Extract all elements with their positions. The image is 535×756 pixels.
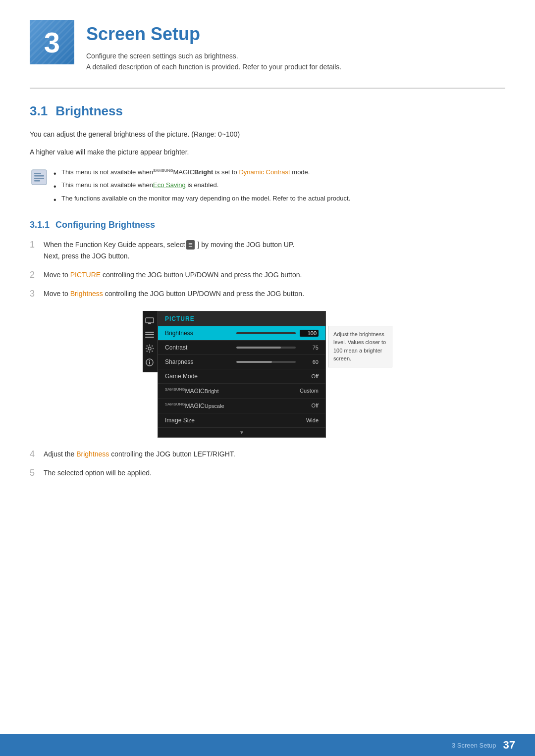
menu-value-contrast: 75 (300, 345, 319, 351)
svg-rect-20 (149, 361, 150, 364)
section-divider (30, 88, 505, 89)
menu-label-magicupscale: SAMSUNGMAGICUpscale (165, 402, 300, 409)
menu-row-brightness: Brightness 100 (158, 326, 325, 341)
svg-point-16 (152, 351, 153, 352)
step-3: 3 Move to Brightness controlling the JOG… (30, 288, 505, 300)
svg-point-15 (147, 345, 148, 346)
monitor-menu-header: PICTURE (158, 311, 325, 326)
note-item-2: This menu is not available whenEco Savin… (54, 180, 350, 191)
chapter-title: Screen Setup (86, 24, 341, 45)
svg-rect-9 (145, 337, 154, 338)
step-text-1: When the Function Key Guide appears, sel… (44, 239, 505, 263)
step-text-4: Adjust the Brightness controlling the JO… (44, 449, 505, 460)
step-4: 4 Adjust the Brightness controlling the … (30, 449, 505, 460)
menu-row-contrast: Contrast 75 (158, 341, 325, 355)
menu-label-sharpness: Sharpness (165, 358, 236, 365)
svg-point-11 (149, 345, 150, 346)
svg-rect-3 (34, 178, 44, 179)
menu-value-magicbright: Custom (300, 388, 319, 394)
monitor-screenshot: PICTURE Brightness 100 Contrast 75 (59, 311, 476, 438)
menu-label-imagesize: Image Size (165, 417, 300, 424)
chapter-number-box: 3 (30, 20, 74, 64)
section-para2: A higher value will make the picture app… (30, 147, 505, 158)
menu-bar-sharpness (236, 361, 296, 363)
svg-rect-0 (32, 170, 47, 185)
step-num-2: 2 (30, 270, 44, 280)
menu-value-gamemode: Off (300, 373, 319, 379)
menu-bar-fill-brightness (236, 332, 296, 334)
monitor-outer: PICTURE Brightness 100 Contrast 75 (143, 311, 392, 438)
step-2: 2 Move to PICTURE controlling the JOG bu… (30, 269, 505, 281)
menu-row-imagesize: Image Size Wide (158, 413, 325, 428)
note-item-1: This menu is not available whenSAMSUNGMA… (54, 167, 350, 178)
subsection-number: 3.1.1 (30, 220, 50, 230)
menu-bar-brightness (236, 332, 296, 334)
svg-rect-1 (34, 173, 41, 174)
menu-row-magicupscale: SAMSUNGMAGICUpscale Off (158, 399, 325, 413)
step-num-4: 4 (30, 449, 44, 459)
section-title: Brightness (55, 103, 123, 119)
step-num-5: 5 (30, 468, 44, 478)
footer-section-label: 3 Screen Setup (452, 742, 496, 749)
menu-bar-fill-sharpness (236, 361, 272, 363)
monitor-icon-menu (145, 330, 155, 340)
subsection-title: Configuring Brightness (55, 220, 155, 230)
menu-value-imagesize: Wide (300, 417, 319, 423)
content-area: You can adjust the general brightness of… (30, 129, 505, 206)
menu-value-brightness: 100 (300, 330, 319, 337)
chapter-header: 3 Screen Setup Configure the screen sett… (30, 20, 505, 73)
svg-point-18 (147, 351, 148, 352)
menu-row-gamemode: Game Mode Off (158, 369, 325, 384)
svg-rect-2 (34, 175, 44, 177)
monitor-down-arrow: ▼ (158, 428, 325, 437)
step-text-3: Move to Brightness controlling the JOG b… (44, 288, 505, 300)
svg-rect-6 (148, 323, 151, 324)
step-num-3: 3 (30, 289, 44, 299)
svg-rect-5 (146, 318, 154, 323)
notes-list: This menu is not available whenSAMSUNGMA… (54, 167, 350, 205)
section-para1: You can adjust the general brightness of… (30, 129, 505, 141)
monitor-sidebar-icons (143, 311, 158, 372)
menu-bar-fill-contrast (236, 347, 281, 349)
step-5: 5 The selected option will be applied. (30, 467, 505, 479)
menu-icon: ☰ (186, 240, 195, 250)
subsection-heading: 3.1.1 Configuring Brightness (30, 220, 505, 230)
menu-bar-contrast (236, 347, 296, 349)
step-1: 1 When the Function Key Guide appears, s… (30, 239, 505, 263)
svg-rect-8 (145, 334, 154, 335)
section-number: 3.1 (30, 103, 48, 119)
chapter-desc-2: A detailed description of each function … (86, 61, 341, 72)
svg-point-13 (146, 348, 147, 349)
monitor-menu-panel: PICTURE Brightness 100 Contrast 75 (158, 311, 326, 438)
chapter-title-block: Screen Setup Configure the screen settin… (86, 20, 341, 73)
chapter-number: 3 (44, 26, 60, 59)
chapter-desc-1: Configure the screen settings such as br… (86, 50, 341, 61)
menu-label-contrast: Contrast (165, 344, 236, 351)
svg-point-10 (148, 347, 151, 350)
menu-label-magicbright: SAMSUNGMAGICBright (165, 387, 300, 395)
page-footer: 3 Screen Setup 37 (0, 734, 535, 756)
svg-rect-7 (145, 332, 154, 333)
svg-point-12 (149, 352, 150, 353)
svg-point-21 (149, 360, 150, 361)
monitor-icon-settings (145, 344, 155, 353)
menu-value-sharpness: 60 (300, 359, 319, 365)
section-heading: 3.1 Brightness (30, 103, 505, 119)
menu-label-brightness: Brightness (165, 330, 236, 337)
note-icon (30, 168, 49, 187)
step-text-2: Move to PICTURE controlling the JOG butt… (44, 269, 505, 281)
menu-row-sharpness: Sharpness 60 (158, 355, 325, 369)
footer-page-number: 37 (503, 739, 515, 752)
step-num-1: 1 (30, 240, 44, 250)
svg-rect-4 (34, 180, 40, 182)
svg-point-14 (153, 348, 154, 349)
menu-row-magicbright: SAMSUNGMAGICBright Custom (158, 384, 325, 399)
note-block: This menu is not available whenSAMSUNGMA… (30, 167, 505, 205)
note-item-3: The functions available on the monitor m… (54, 193, 350, 204)
step-text-5: The selected option will be applied. (44, 467, 505, 479)
monitor-icon-display (145, 316, 155, 326)
menu-value-magicupscale: Off (300, 403, 319, 408)
monitor-tooltip: Adjust the brightness level. Values clos… (328, 326, 392, 367)
monitor-icon-info (145, 357, 155, 367)
steps-area: 1 When the Function Key Guide appears, s… (30, 239, 505, 479)
